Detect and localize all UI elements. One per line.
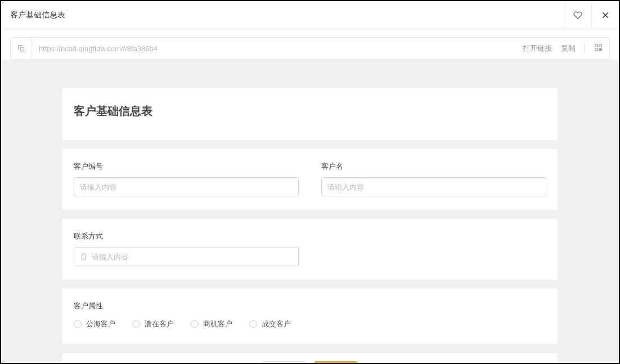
radio-potential[interactable]: 潜在客户 bbox=[132, 319, 174, 329]
heart-icon bbox=[573, 11, 582, 20]
content-area: 客户基础信息表 客户编号 客户名 联系方式 bbox=[1, 60, 619, 363]
copy-link-action[interactable]: 复制 bbox=[561, 43, 576, 53]
copy-icon bbox=[17, 44, 25, 52]
attr-label: 客户属性 bbox=[74, 301, 546, 311]
customer-no-input[interactable] bbox=[74, 177, 299, 196]
customer-name-label: 客户名 bbox=[321, 161, 546, 172]
contact-label: 联系方式 bbox=[74, 231, 299, 241]
modal-header: 客户基础信息表 bbox=[1, 1, 619, 29]
form-header-card: 客户基础信息表 bbox=[62, 88, 558, 140]
submit-button[interactable]: 提交 bbox=[314, 361, 358, 363]
url-bar: 打开链接 复制 bbox=[10, 37, 610, 60]
radio-circle-icon bbox=[74, 320, 82, 328]
form-section-attr: 客户属性 公海客户 潜在客户 商机客户 成交客户 bbox=[62, 289, 558, 344]
radio-label: 公海客户 bbox=[86, 319, 115, 329]
radio-label: 成交客户 bbox=[262, 319, 291, 329]
customer-name-input[interactable] bbox=[321, 177, 546, 196]
radio-deal[interactable]: 成交客户 bbox=[249, 319, 291, 329]
form-footer: 暂存 提交 bbox=[62, 353, 558, 363]
svg-rect-8 bbox=[600, 48, 601, 50]
svg-rect-5 bbox=[595, 48, 597, 51]
radio-public[interactable]: 公海客户 bbox=[74, 319, 115, 329]
close-button[interactable] bbox=[591, 1, 619, 29]
radio-label: 潜在客户 bbox=[145, 319, 174, 329]
radio-circle-icon bbox=[249, 320, 257, 328]
radio-label: 商机客户 bbox=[203, 319, 232, 329]
save-draft-button[interactable]: 暂存 bbox=[262, 361, 306, 363]
close-icon bbox=[600, 10, 610, 20]
svg-rect-4 bbox=[599, 44, 601, 47]
radio-circle-icon bbox=[191, 320, 199, 328]
contact-input-wrapper bbox=[74, 247, 299, 266]
radio-circle-icon bbox=[132, 320, 140, 328]
open-link-action[interactable]: 打开链接 bbox=[523, 43, 552, 53]
contact-input[interactable] bbox=[92, 253, 293, 261]
svg-rect-3 bbox=[595, 44, 597, 47]
svg-rect-2 bbox=[20, 47, 24, 51]
radio-opportunity[interactable]: 商机客户 bbox=[191, 319, 232, 329]
url-prefix-icon-box bbox=[11, 38, 32, 59]
form-section-basic: 客户编号 客户名 bbox=[62, 149, 558, 210]
favorite-button[interactable] bbox=[564, 1, 591, 29]
url-input[interactable] bbox=[32, 44, 523, 53]
qrcode-icon bbox=[594, 43, 603, 52]
divider bbox=[585, 44, 585, 53]
svg-rect-9 bbox=[599, 50, 600, 51]
qrcode-action[interactable] bbox=[594, 43, 603, 53]
modal-title: 客户基础信息表 bbox=[1, 10, 564, 20]
phone-icon bbox=[80, 253, 87, 260]
customer-no-label: 客户编号 bbox=[74, 161, 299, 172]
svg-rect-7 bbox=[600, 50, 601, 51]
attr-radio-group: 公海客户 潜在客户 商机客户 成交客户 bbox=[74, 319, 546, 329]
svg-rect-6 bbox=[599, 48, 600, 50]
form-title: 客户基础信息表 bbox=[74, 104, 546, 119]
form-section-contact: 联系方式 bbox=[62, 219, 558, 280]
